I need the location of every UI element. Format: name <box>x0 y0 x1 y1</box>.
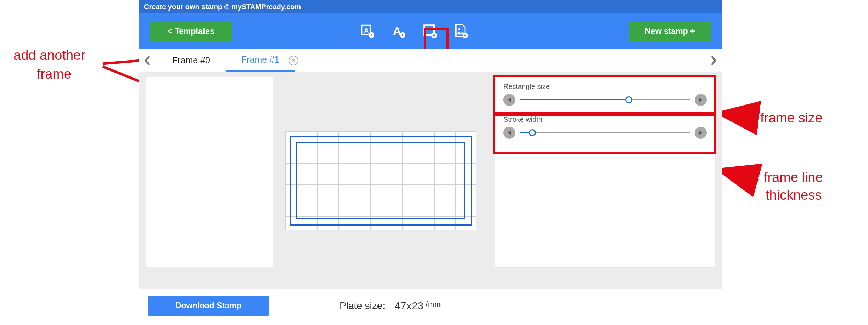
rect-size-increase[interactable] <box>695 94 707 106</box>
svg-marker-19 <box>699 131 702 135</box>
svg-line-4 <box>719 170 758 181</box>
bottom-bar: Download Stamp Plate size: 47x23 /mm <box>139 289 722 323</box>
new-stamp-button[interactable]: New stamp + <box>629 21 711 41</box>
rect-size-track[interactable] <box>520 99 690 100</box>
svg-text:+: + <box>370 32 373 38</box>
annotation-frame-line-l1: frame line <box>764 170 823 185</box>
stroke-increase[interactable] <box>695 127 707 139</box>
download-stamp-button[interactable]: Download Stamp <box>148 296 269 316</box>
annotation-add-frame-l1: add another <box>13 48 85 63</box>
plate-size-unit: /mm <box>426 300 441 309</box>
annotation-frame-size: frame size <box>760 110 822 126</box>
stroke-track[interactable] <box>520 132 690 133</box>
rect-size-fill <box>520 99 625 100</box>
svg-marker-16 <box>508 98 511 102</box>
stamp-frame-inner[interactable] <box>296 142 465 219</box>
tabs-row: Frame #0 Frame #1 ✕ <box>139 49 722 72</box>
add-text-icon[interactable]: A+ <box>390 22 408 40</box>
stroke-fill <box>520 132 529 133</box>
svg-point-13 <box>458 28 460 30</box>
add-rectangle-icon[interactable]: + <box>421 22 439 40</box>
svg-text:+: + <box>464 33 467 38</box>
add-image-icon[interactable]: + <box>452 22 470 40</box>
canvas-wrap <box>273 72 488 289</box>
stroke-width-label: Stroke width <box>503 115 707 124</box>
stroke-thumb[interactable] <box>529 129 536 136</box>
properties-panel: Rectangle size Stroke width <box>495 76 715 268</box>
plate-size-label: Plate size: <box>340 300 385 312</box>
tool-icons-group: A+ A+ + + <box>359 13 470 49</box>
tab-frame0[interactable]: Frame #0 <box>157 49 226 72</box>
svg-marker-18 <box>508 131 511 135</box>
rectangle-size-slider[interactable] <box>503 93 707 107</box>
rect-size-thumb[interactable] <box>625 96 632 103</box>
stroke-decrease[interactable] <box>503 127 515 139</box>
preview-panel <box>145 76 273 268</box>
stamp-canvas[interactable] <box>285 131 476 230</box>
header-toolbar: < Templates A+ A+ + + New stamp + <box>139 13 722 49</box>
svg-marker-17 <box>699 98 702 102</box>
app-window: Create your own stamp © mySTAMPready.com… <box>139 0 722 325</box>
tab-prev-button[interactable] <box>139 49 157 72</box>
stroke-width-slider[interactable] <box>503 126 707 140</box>
plate-size-value: 47x23 <box>394 300 424 312</box>
add-text-frame-icon[interactable]: A+ <box>359 22 376 40</box>
tab-frame1[interactable]: Frame #1 <box>226 49 295 72</box>
templates-button[interactable]: < Templates <box>150 21 232 41</box>
rect-size-decrease[interactable] <box>503 94 515 106</box>
rectangle-size-label: Rectangle size <box>503 82 707 91</box>
svg-line-3 <box>719 113 755 118</box>
tab-next-button[interactable] <box>704 49 722 72</box>
annotation-add-frame-l2: frame <box>37 67 71 82</box>
window-title: Create your own stamp © mySTAMPready.com <box>139 0 722 13</box>
annotation-frame-line-l2: thickness <box>766 188 822 203</box>
svg-text:A: A <box>364 27 369 34</box>
svg-text:+: + <box>401 32 404 38</box>
svg-text:+: + <box>432 33 436 38</box>
tab-close-button[interactable]: ✕ <box>289 56 298 65</box>
main-area: Rectangle size Stroke width <box>139 72 722 289</box>
